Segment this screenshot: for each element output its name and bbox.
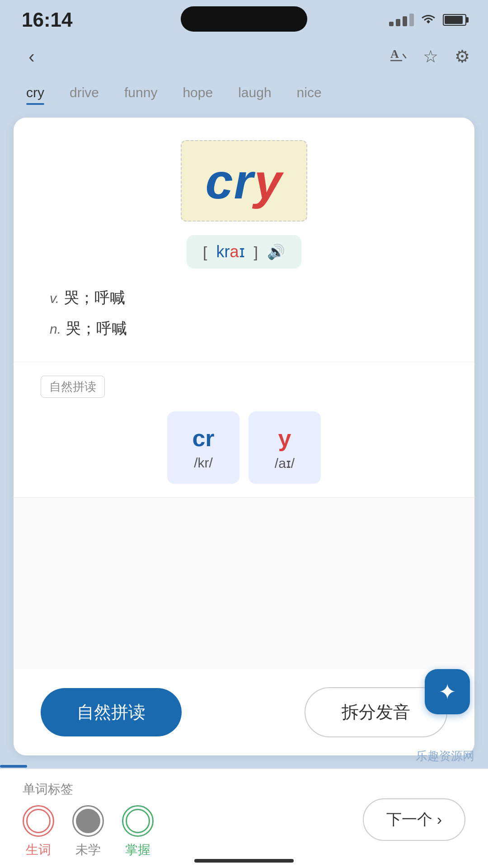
bracket-close: ] (254, 243, 258, 261)
settings-icon[interactable]: ⚙ (455, 47, 470, 66)
star-icon[interactable]: ☆ (423, 47, 438, 66)
next-arrow-icon: › (437, 811, 442, 828)
label-options: 生词 未学 掌握 (23, 805, 154, 859)
definition-v: v.哭；呼喊 (50, 282, 438, 313)
svg-text:A: A (390, 47, 399, 61)
tab-laugh[interactable]: laugh (225, 80, 284, 105)
status-time: 16:14 (22, 9, 73, 31)
label-unlearned[interactable]: 未学 (72, 805, 104, 859)
watermark: 乐趣资源网 (416, 748, 474, 764)
phonics-card-y[interactable]: y /aɪ/ (249, 411, 321, 484)
phonics-phoneme-kr: /kr/ (194, 455, 213, 471)
word-tabs: cry drive funny hope laugh nice (0, 77, 488, 108)
phonics-letters-y: y (278, 425, 291, 452)
word-section: cry [ kraɪ ] 🔊 v.哭；呼喊 n.哭；呼喊 (14, 118, 474, 362)
next-button[interactable]: 下一个 › (363, 798, 465, 841)
word-display: cry (205, 152, 282, 210)
empty-content-area (14, 497, 474, 669)
main-card: cry [ kraɪ ] 🔊 v.哭；呼喊 n.哭；呼喊 自然拼读 cr /k (14, 118, 474, 755)
phonics-section: 自然拼读 cr /kr/ y /aɪ/ (14, 362, 474, 497)
action-buttons: 自然拼读 拆分发音 (14, 669, 474, 755)
labels-title: 单词标签 (23, 781, 154, 798)
nav-actions: A ☆ ⚙ (389, 46, 470, 67)
back-button[interactable]: ‹ (18, 43, 45, 70)
word-image: cry (181, 140, 307, 222)
phonics-label: 自然拼读 (41, 376, 105, 398)
bracket-open: [ (203, 243, 207, 261)
label-circle-green (122, 805, 154, 837)
notch (181, 6, 307, 32)
bottom-bar: 单词标签 生词 未学 掌握 下一个 › (0, 769, 488, 868)
phonics-letters-cr: cr (192, 425, 214, 452)
phonetic-text: kraɪ (216, 242, 244, 261)
natural-phonics-button[interactable]: 自然拼读 (41, 688, 182, 736)
tab-cry[interactable]: cry (14, 80, 57, 105)
phonetic-box: [ kraɪ ] 🔊 (187, 235, 301, 269)
home-indicator (194, 859, 294, 863)
label-text-unlearned: 未学 (75, 841, 101, 859)
label-mastered[interactable]: 掌握 (122, 805, 154, 859)
status-icons (389, 10, 466, 29)
status-bar: 16:14 (0, 0, 488, 36)
phonics-card-cr[interactable]: cr /kr/ (167, 411, 239, 484)
label-circle-red (23, 805, 54, 837)
battery-icon (443, 14, 466, 26)
back-arrow-icon: ‹ (28, 47, 34, 67)
label-text-mastered: 掌握 (125, 841, 150, 859)
wifi-icon (420, 10, 436, 29)
ai-fab-button[interactable]: ✦ (425, 669, 470, 714)
progress-indicator (0, 765, 27, 768)
label-new-word[interactable]: 生词 (23, 805, 54, 859)
sparkle-icon: ✦ (438, 679, 456, 704)
tab-drive[interactable]: drive (57, 80, 112, 105)
word-labels-section: 单词标签 生词 未学 掌握 (23, 781, 154, 859)
label-text-new: 生词 (26, 841, 51, 859)
phonics-cards: cr /kr/ y /aɪ/ (41, 411, 447, 484)
font-underline-icon[interactable]: A (389, 46, 407, 67)
nav-bar: ‹ A ☆ ⚙ (0, 36, 488, 77)
label-circle-gray (72, 805, 104, 837)
tab-nice[interactable]: nice (284, 80, 334, 105)
phonics-phoneme-ai: /aɪ/ (275, 455, 295, 471)
tab-funny[interactable]: funny (112, 80, 170, 105)
definition-n: n.哭；呼喊 (50, 313, 438, 344)
tab-hope[interactable]: hope (170, 80, 225, 105)
next-button-label: 下一个 (386, 809, 432, 830)
signal-icon (389, 14, 414, 26)
definitions: v.哭；呼喊 n.哭；呼喊 (41, 282, 447, 344)
sound-button[interactable]: 🔊 (267, 243, 285, 260)
